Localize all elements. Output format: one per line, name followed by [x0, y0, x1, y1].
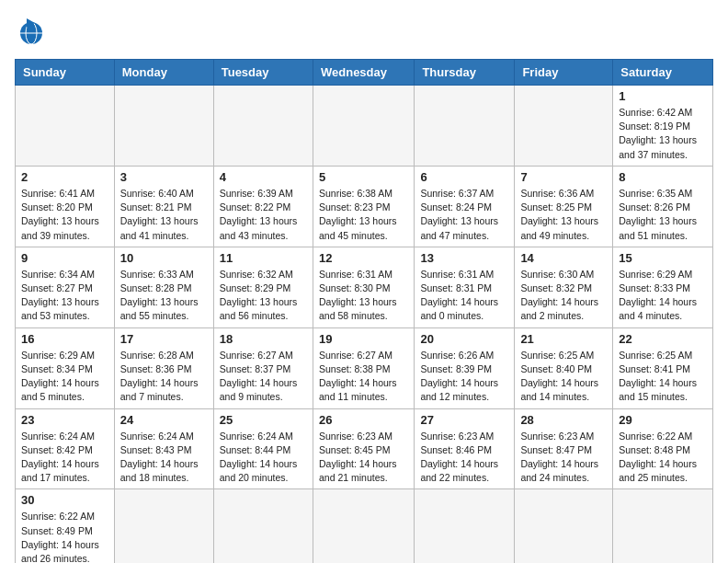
- page-header: [15, 15, 713, 48]
- day-info: Sunrise: 6:24 AM Sunset: 8:43 PM Dayligh…: [120, 430, 208, 486]
- col-header-thursday: Thursday: [415, 60, 515, 86]
- day-info: Sunrise: 6:33 AM Sunset: 8:28 PM Dayligh…: [120, 268, 208, 324]
- day-number: 14: [520, 251, 607, 265]
- day-cell: 15Sunrise: 6:29 AM Sunset: 8:33 PM Dayli…: [613, 247, 713, 327]
- day-cell: 8Sunrise: 6:35 AM Sunset: 8:26 PM Daylig…: [613, 166, 713, 247]
- day-info: Sunrise: 6:37 AM Sunset: 8:24 PM Dayligh…: [420, 187, 508, 243]
- day-cell: [213, 489, 313, 563]
- logo: [15, 15, 53, 48]
- day-cell: 27Sunrise: 6:23 AM Sunset: 8:46 PM Dayli…: [415, 408, 515, 489]
- day-cell: [515, 489, 613, 563]
- day-number: 15: [619, 251, 707, 265]
- day-info: Sunrise: 6:39 AM Sunset: 8:22 PM Dayligh…: [220, 187, 307, 243]
- day-cell: [515, 86, 613, 167]
- week-row-3: 9Sunrise: 6:34 AM Sunset: 8:27 PM Daylig…: [16, 247, 713, 327]
- day-cell: 11Sunrise: 6:32 AM Sunset: 8:29 PM Dayli…: [213, 247, 313, 327]
- col-header-monday: Monday: [114, 60, 213, 86]
- day-cell: 21Sunrise: 6:25 AM Sunset: 8:40 PM Dayli…: [515, 327, 613, 408]
- day-number: 10: [120, 251, 208, 265]
- day-info: Sunrise: 6:25 AM Sunset: 8:40 PM Dayligh…: [520, 349, 607, 405]
- day-cell: 19Sunrise: 6:27 AM Sunset: 8:38 PM Dayli…: [313, 327, 414, 408]
- col-header-friday: Friday: [515, 60, 613, 86]
- day-info: Sunrise: 6:34 AM Sunset: 8:27 PM Dayligh…: [21, 268, 108, 324]
- day-info: Sunrise: 6:30 AM Sunset: 8:32 PM Dayligh…: [520, 268, 607, 324]
- week-row-6: 30Sunrise: 6:22 AM Sunset: 8:49 PM Dayli…: [16, 489, 713, 563]
- col-header-tuesday: Tuesday: [213, 60, 313, 86]
- day-info: Sunrise: 6:23 AM Sunset: 8:47 PM Dayligh…: [520, 430, 607, 486]
- week-row-4: 16Sunrise: 6:29 AM Sunset: 8:34 PM Dayli…: [16, 327, 713, 408]
- day-number: 1: [619, 89, 707, 103]
- day-cell: 14Sunrise: 6:30 AM Sunset: 8:32 PM Dayli…: [515, 247, 613, 327]
- day-info: Sunrise: 6:27 AM Sunset: 8:38 PM Dayligh…: [319, 349, 408, 405]
- day-info: Sunrise: 6:28 AM Sunset: 8:36 PM Dayligh…: [120, 349, 208, 405]
- day-number: 3: [120, 170, 208, 184]
- day-number: 25: [220, 413, 307, 427]
- day-cell: 9Sunrise: 6:34 AM Sunset: 8:27 PM Daylig…: [16, 247, 115, 327]
- day-cell: 18Sunrise: 6:27 AM Sunset: 8:37 PM Dayli…: [213, 327, 313, 408]
- day-number: 6: [420, 170, 508, 184]
- day-cell: 5Sunrise: 6:38 AM Sunset: 8:23 PM Daylig…: [313, 166, 414, 247]
- day-info: Sunrise: 6:22 AM Sunset: 8:48 PM Dayligh…: [619, 430, 707, 486]
- day-cell: [213, 86, 313, 167]
- day-info: Sunrise: 6:29 AM Sunset: 8:33 PM Dayligh…: [619, 268, 707, 324]
- day-cell: 6Sunrise: 6:37 AM Sunset: 8:24 PM Daylig…: [415, 166, 515, 247]
- day-info: Sunrise: 6:32 AM Sunset: 8:29 PM Dayligh…: [220, 268, 307, 324]
- day-number: 30: [21, 493, 108, 507]
- day-cell: 1Sunrise: 6:42 AM Sunset: 8:19 PM Daylig…: [613, 86, 713, 167]
- day-cell: 20Sunrise: 6:26 AM Sunset: 8:39 PM Dayli…: [415, 327, 515, 408]
- day-cell: 16Sunrise: 6:29 AM Sunset: 8:34 PM Dayli…: [16, 327, 115, 408]
- day-number: 9: [21, 251, 108, 265]
- day-number: 23: [21, 413, 108, 427]
- day-info: Sunrise: 6:22 AM Sunset: 8:49 PM Dayligh…: [21, 510, 108, 563]
- day-cell: [114, 86, 213, 167]
- day-info: Sunrise: 6:41 AM Sunset: 8:20 PM Dayligh…: [21, 187, 108, 243]
- day-cell: [313, 86, 414, 167]
- day-info: Sunrise: 6:31 AM Sunset: 8:31 PM Dayligh…: [420, 268, 508, 324]
- day-info: Sunrise: 6:24 AM Sunset: 8:42 PM Dayligh…: [21, 430, 108, 486]
- day-cell: 2Sunrise: 6:41 AM Sunset: 8:20 PM Daylig…: [16, 166, 115, 247]
- day-cell: [313, 489, 414, 563]
- day-info: Sunrise: 6:36 AM Sunset: 8:25 PM Dayligh…: [520, 187, 607, 243]
- week-row-2: 2Sunrise: 6:41 AM Sunset: 8:20 PM Daylig…: [16, 166, 713, 247]
- day-cell: 26Sunrise: 6:23 AM Sunset: 8:45 PM Dayli…: [313, 408, 414, 489]
- day-cell: [114, 489, 213, 563]
- day-number: 29: [619, 413, 707, 427]
- calendar-header-row: SundayMondayTuesdayWednesdayThursdayFrid…: [16, 60, 713, 86]
- col-header-saturday: Saturday: [613, 60, 713, 86]
- day-cell: 3Sunrise: 6:40 AM Sunset: 8:21 PM Daylig…: [114, 166, 213, 247]
- day-cell: 13Sunrise: 6:31 AM Sunset: 8:31 PM Dayli…: [415, 247, 515, 327]
- day-number: 11: [220, 251, 307, 265]
- day-number: 20: [420, 332, 508, 346]
- day-number: 24: [120, 413, 208, 427]
- logo-icon: [15, 15, 48, 48]
- col-header-wednesday: Wednesday: [313, 60, 414, 86]
- day-number: 27: [420, 413, 508, 427]
- col-header-sunday: Sunday: [16, 60, 115, 86]
- day-cell: [16, 86, 115, 167]
- week-row-5: 23Sunrise: 6:24 AM Sunset: 8:42 PM Dayli…: [16, 408, 713, 489]
- day-cell: 10Sunrise: 6:33 AM Sunset: 8:28 PM Dayli…: [114, 247, 213, 327]
- day-cell: 23Sunrise: 6:24 AM Sunset: 8:42 PM Dayli…: [16, 408, 115, 489]
- day-info: Sunrise: 6:35 AM Sunset: 8:26 PM Dayligh…: [619, 187, 707, 243]
- day-number: 22: [619, 332, 707, 346]
- day-cell: 28Sunrise: 6:23 AM Sunset: 8:47 PM Dayli…: [515, 408, 613, 489]
- day-info: Sunrise: 6:31 AM Sunset: 8:30 PM Dayligh…: [319, 268, 408, 324]
- day-info: Sunrise: 6:25 AM Sunset: 8:41 PM Dayligh…: [619, 349, 707, 405]
- day-cell: [415, 86, 515, 167]
- day-cell: 4Sunrise: 6:39 AM Sunset: 8:22 PM Daylig…: [213, 166, 313, 247]
- day-number: 26: [319, 413, 408, 427]
- day-number: 12: [319, 251, 408, 265]
- day-cell: 17Sunrise: 6:28 AM Sunset: 8:36 PM Dayli…: [114, 327, 213, 408]
- day-info: Sunrise: 6:26 AM Sunset: 8:39 PM Dayligh…: [420, 349, 508, 405]
- day-cell: 30Sunrise: 6:22 AM Sunset: 8:49 PM Dayli…: [16, 489, 115, 563]
- day-number: 17: [120, 332, 208, 346]
- day-cell: 7Sunrise: 6:36 AM Sunset: 8:25 PM Daylig…: [515, 166, 613, 247]
- day-number: 19: [319, 332, 408, 346]
- day-info: Sunrise: 6:27 AM Sunset: 8:37 PM Dayligh…: [220, 349, 307, 405]
- day-info: Sunrise: 6:23 AM Sunset: 8:45 PM Dayligh…: [319, 430, 408, 486]
- day-info: Sunrise: 6:24 AM Sunset: 8:44 PM Dayligh…: [220, 430, 307, 486]
- day-cell: 25Sunrise: 6:24 AM Sunset: 8:44 PM Dayli…: [213, 408, 313, 489]
- day-cell: 22Sunrise: 6:25 AM Sunset: 8:41 PM Dayli…: [613, 327, 713, 408]
- day-number: 5: [319, 170, 408, 184]
- day-number: 2: [21, 170, 108, 184]
